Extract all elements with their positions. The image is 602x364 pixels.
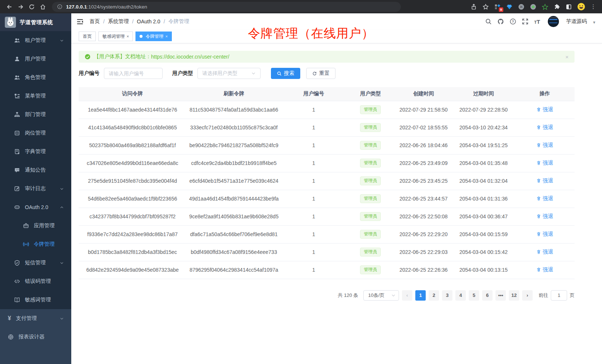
breadcrumb-item[interactable]: 系统管理 — [108, 18, 129, 25]
sidebar-item[interactable]: OAuth 2.0 — [0, 198, 71, 216]
help-icon[interactable]: ? — [510, 18, 516, 25]
sidebar-item[interactable]: 审计日志 — [0, 179, 71, 198]
reset-button[interactable]: 重置 — [306, 68, 336, 79]
next-page-button[interactable]: › — [522, 290, 533, 301]
cell-user-id: 1 — [281, 172, 346, 190]
extension-blocks-icon[interactable]: 9 — [494, 4, 501, 10]
sidebar-item[interactable]: 短信管理 — [0, 254, 71, 272]
split-view-icon[interactable] — [566, 4, 572, 10]
column-header: 创建时间 — [395, 87, 452, 101]
sidebar-item[interactable]: 错误码管理 — [0, 272, 71, 291]
sidebar-item[interactable]: 菜单管理 — [0, 87, 71, 105]
page-number-button[interactable]: 6 — [482, 290, 493, 301]
alert-link[interactable]: https://doc.iocoder.cn/user-center/ — [151, 54, 229, 60]
share-icon[interactable] — [471, 4, 477, 10]
sidebar-item-label: 报表设计器 — [19, 334, 45, 340]
sidebar-item[interactable]: 通知公告 — [0, 161, 71, 179]
sidebar-item[interactable]: 岗位管理 — [0, 124, 71, 142]
sidebar-item[interactable]: 租户管理 — [0, 31, 71, 50]
font-size-icon[interactable]: TT — [534, 19, 540, 25]
profile-avatar-icon[interactable] — [578, 3, 585, 10]
cell-refresh-token: b0df4980ffd34c67a08f9156e4eee733 — [186, 243, 282, 261]
sidebar-item[interactable]: 令牌管理 — [0, 235, 71, 254]
force-logout-label: 强退 — [543, 195, 553, 202]
page-number-button[interactable]: 5 — [469, 290, 479, 301]
force-logout-button[interactable]: 强退 — [536, 213, 553, 220]
fullscreen-icon[interactable] — [522, 18, 529, 25]
page-size-select[interactable]: 10条/页 — [363, 290, 399, 301]
extension-record-icon[interactable] — [530, 4, 536, 10]
navbar: 首页/系统管理/OAuth 2.0/令牌管理 ? TT 芋道源码 ▼ — [71, 13, 602, 30]
address-bar[interactable]: 127.0.0.1:1024/system/oauth2/token — [52, 2, 401, 12]
main-panel: 首页/系统管理/OAuth 2.0/令牌管理 ? TT 芋道源码 ▼ 首页敏感词… — [71, 13, 602, 364]
bookmark-star-icon[interactable] — [482, 4, 489, 10]
content: 【用户体系】文档地址： https://doc.iocoder.cn/user-… — [71, 43, 602, 310]
force-logout-label: 强退 — [543, 142, 553, 149]
search-icon[interactable] — [485, 18, 492, 25]
user-id-input[interactable] — [104, 68, 163, 79]
force-logout-button[interactable]: 强退 — [536, 267, 553, 273]
force-logout-button[interactable]: 强退 — [536, 124, 553, 131]
page-number-button[interactable]: 2 — [429, 290, 439, 301]
site-info-icon[interactable] — [57, 4, 62, 9]
extension-gem-icon[interactable] — [506, 4, 513, 10]
browser-reload-icon[interactable] — [26, 1, 37, 12]
sidebar-item[interactable]: 部门管理 — [0, 105, 71, 124]
browser-back-icon[interactable] — [4, 1, 15, 12]
force-logout-button[interactable]: 强退 — [536, 178, 553, 184]
close-icon[interactable]: × — [127, 34, 129, 39]
sidebar-item[interactable]: 敏感词管理 — [0, 291, 71, 309]
extensions-puzzle-icon[interactable] — [554, 4, 560, 10]
cell-refresh-token: cdfc4ce9c2da4bb1bdf21b9918ff4be5 — [186, 154, 282, 172]
page-ellipsis-button[interactable]: ••• — [495, 290, 506, 301]
breadcrumb-item[interactable]: 首页 — [89, 18, 100, 25]
force-logout-button[interactable]: 强退 — [536, 106, 553, 113]
goto-page-input[interactable] — [551, 290, 567, 301]
search-button[interactable]: 搜索 — [271, 68, 300, 79]
cell-expires-at: 2022-07-29 22:28:50 — [452, 101, 515, 119]
browser-forward-icon[interactable] — [15, 1, 26, 12]
user-type-select[interactable]: 请选择用户类型 — [197, 68, 261, 79]
sidebar-item[interactable]: 用户管理 — [0, 50, 71, 68]
page-number-button[interactable]: 1 — [415, 290, 426, 301]
force-logout-button[interactable]: 强退 — [536, 160, 553, 166]
browser-home-icon[interactable] — [37, 1, 48, 12]
page-number-button[interactable]: 12 — [509, 290, 519, 301]
close-icon[interactable]: × — [165, 34, 167, 39]
sidebar-item[interactable]: 报表设计器 — [0, 328, 71, 346]
cell-user-type: 管理员 — [346, 208, 395, 225]
search-icon — [277, 71, 282, 76]
sidebar-toggle-icon[interactable] — [76, 18, 84, 25]
tab-item[interactable]: 敏感词管理× — [98, 32, 133, 41]
breadcrumb-item[interactable]: OAuth 2.0 — [137, 19, 160, 24]
app-logo[interactable]: 芋道管理系统 — [0, 13, 71, 31]
tab-active[interactable]: 令牌管理× — [135, 32, 171, 41]
prev-page-button[interactable]: ‹ — [402, 290, 412, 301]
sidebar-item[interactable]: 字典管理 — [0, 142, 71, 161]
avatar[interactable] — [548, 16, 559, 27]
extension-command-icon[interactable]: ⌘ — [518, 4, 524, 10]
force-logout-button[interactable]: 强退 — [536, 231, 553, 238]
chevron-down-icon[interactable]: ▼ — [592, 20, 596, 24]
sidebar-item[interactable]: 角色管理 — [0, 68, 71, 87]
tab-item[interactable]: 首页 — [79, 32, 96, 41]
force-logout-button[interactable]: 强退 — [536, 195, 553, 202]
page-number-button[interactable]: 4 — [455, 290, 466, 301]
chevron-down-icon — [251, 71, 256, 76]
cell-access-token: 1ea5e44f8bc1467aaede43144f31de76 — [79, 101, 186, 119]
extension-star-icon[interactable] — [542, 4, 548, 10]
close-icon[interactable]: × — [565, 54, 569, 60]
force-logout-label: 强退 — [543, 106, 553, 113]
sidebar-item-label: 用户管理 — [25, 56, 46, 62]
tab-label: 敏感词管理 — [102, 33, 125, 40]
browser-menu-icon[interactable]: ⋮ — [590, 3, 596, 10]
force-logout-button[interactable]: 强退 — [536, 142, 553, 149]
cell-expires-at: 2054-03-10 20:42:34 — [452, 119, 515, 136]
cell-actions: 强退 — [515, 101, 575, 119]
force-logout-button[interactable]: 强退 — [536, 249, 553, 255]
breadcrumb-item[interactable]: 令牌管理 — [169, 18, 189, 25]
sidebar-item[interactable]: ¥支付管理 — [0, 309, 71, 328]
page-number-button[interactable]: 3 — [442, 290, 452, 301]
github-icon[interactable] — [497, 18, 504, 25]
sidebar-item[interactable]: 应用管理 — [0, 216, 71, 235]
